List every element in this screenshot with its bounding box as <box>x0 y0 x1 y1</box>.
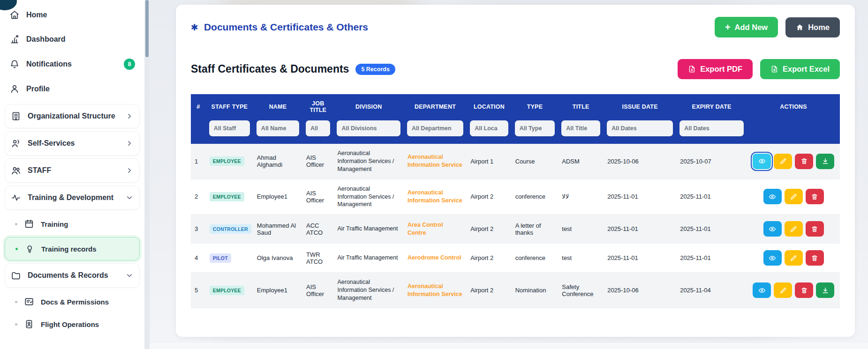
cell-num-text: 1 <box>195 158 198 165</box>
cell-location: Airport 2 <box>467 273 511 308</box>
trash-icon <box>800 157 808 165</box>
pencil-icon <box>779 157 787 165</box>
cell-type: A letter of thanks <box>512 215 559 244</box>
filter-input-staff-type[interactable] <box>209 120 250 136</box>
filter-input-title[interactable] <box>561 120 600 136</box>
sidebar-item-training-development[interactable]: Training & Development <box>5 186 140 210</box>
delete-button[interactable] <box>806 189 824 204</box>
horizontal-scrollbar[interactable] <box>150 343 868 349</box>
cell-name-text: Olga Ivanova <box>257 254 293 261</box>
sidebar-item-flight-operations[interactable]: Flight Operations <box>0 313 144 335</box>
documents-icon <box>11 270 21 281</box>
sidebar-item-organizational-structure[interactable]: Organizational Structure <box>5 104 140 128</box>
filter-cell-title <box>558 119 604 144</box>
add-new-button[interactable]: + Add New <box>715 17 778 37</box>
section-header: Staff Certificates & Documents 5 Records… <box>191 59 840 79</box>
cell-actions <box>747 215 840 244</box>
cell-job-title: AIS Officer <box>302 179 333 215</box>
table-body: 1EMPLOYEEAhmad AlghamdiAIS OfficerAerona… <box>191 144 840 308</box>
edit-button[interactable] <box>774 154 792 169</box>
sidebar-item-label: Training <box>41 220 68 228</box>
edit-button[interactable] <box>774 282 792 298</box>
download-icon <box>822 157 829 165</box>
view-button[interactable] <box>763 221 782 237</box>
download-button[interactable] <box>816 154 834 169</box>
sidebar: HomeDashboardNotifications8ProfileOrgani… <box>0 0 144 349</box>
filter-input-expiry-date[interactable] <box>679 120 744 136</box>
cell-title-text: ADSM <box>562 158 580 165</box>
sidebar-item-documents-records[interactable]: Documents & Records <box>5 263 140 288</box>
edit-button[interactable] <box>785 189 803 204</box>
cell-division-text: Aeronautical Information Services / Mana… <box>337 279 394 301</box>
sidebar-item-training-records[interactable]: Training records <box>5 237 140 260</box>
filter-cell-department <box>404 119 467 144</box>
sidebar-item-label: Training & Development <box>28 193 113 202</box>
delete-button[interactable] <box>806 250 824 266</box>
cell-type: conference <box>512 179 559 215</box>
edit-button[interactable] <box>785 221 803 237</box>
home-button[interactable]: Home <box>785 17 840 37</box>
filter-input-location[interactable] <box>470 120 508 136</box>
export-actions: Export PDF Export Excel <box>678 59 840 79</box>
sidebar-item-notifications[interactable]: Notifications8 <box>0 52 144 77</box>
filter-input-job-title[interactable] <box>306 120 330 136</box>
pencil-icon <box>779 287 787 294</box>
cell-expiry-date-text: 2025-10-07 <box>680 158 711 165</box>
staff-type-badge: EMPLOYEE <box>210 192 244 201</box>
export-pdf-button[interactable]: Export PDF <box>678 59 753 79</box>
sidebar-scrollbar[interactable] <box>144 0 150 349</box>
view-button[interactable] <box>753 282 771 298</box>
cell-type-text: conference <box>515 193 545 200</box>
cell-expiry-date-text: 2025-11-01 <box>680 225 711 232</box>
sidebar-item-home[interactable]: Home <box>0 3 144 27</box>
filter-input-type[interactable] <box>515 120 555 136</box>
delete-button[interactable] <box>795 154 813 169</box>
cell-expiry-date: 2025-11-01 <box>676 215 747 244</box>
cell-title-text: لالا <box>562 193 569 200</box>
pencil-icon <box>790 254 797 262</box>
edit-button[interactable] <box>785 250 803 266</box>
cell-job-title-text: AIS Officer <box>306 190 324 204</box>
cell-location-text: Airport 2 <box>470 287 493 294</box>
sidebar-item-self-services[interactable]: Self-Services <box>5 131 140 156</box>
staff-type-badge: EMPLOYEE <box>210 156 244 166</box>
filter-input-division[interactable] <box>337 120 400 136</box>
cell-job-title: ACC ATCO <box>302 215 333 244</box>
filter-cell-location <box>467 119 511 144</box>
delete-button[interactable] <box>795 282 813 298</box>
view-button[interactable] <box>753 154 771 169</box>
app-root: HomeDashboardNotifications8ProfileOrgani… <box>0 0 868 349</box>
view-button[interactable] <box>763 189 782 204</box>
cell-issue-date-text: 2025-11-01 <box>607 254 638 261</box>
filter-input-issue-date[interactable] <box>607 120 673 136</box>
view-button[interactable] <box>763 250 782 266</box>
trash-icon <box>811 254 818 262</box>
eye-icon <box>769 225 776 233</box>
pencil-icon <box>790 225 797 233</box>
department-text: Aerodrome Control <box>408 254 461 262</box>
sidebar-scrollbar-thumb[interactable] <box>145 0 149 57</box>
trash-icon <box>811 193 818 200</box>
sidebar-item-dashboard[interactable]: Dashboard <box>0 27 144 52</box>
sidebar-item-label: Dashboard <box>26 35 66 44</box>
cell-staff-type: PILOT <box>206 244 253 273</box>
cell-actions <box>747 144 840 179</box>
eye-icon <box>758 287 766 294</box>
filter-input-department[interactable] <box>407 120 463 136</box>
download-button[interactable] <box>816 282 834 298</box>
table-row: 4PILOTOlga IvanovaTWR ATCOAir Traffic Ma… <box>191 244 840 273</box>
export-pdf-label: Export PDF <box>700 65 742 74</box>
filter-input-name[interactable] <box>257 120 299 136</box>
cell-staff-type: EMPLOYEE <box>206 144 253 179</box>
sidebar-item-profile[interactable]: Profile <box>0 77 144 101</box>
staff-type-badge: PILOT <box>210 253 231 263</box>
filter-cell-type <box>512 119 559 144</box>
sidebar-item-training[interactable]: Training <box>0 213 144 235</box>
delete-button[interactable] <box>806 221 824 237</box>
sidebar-item-staff[interactable]: STAFF <box>5 158 140 183</box>
export-excel-button[interactable]: Export Excel <box>760 59 840 79</box>
trash-icon <box>800 287 808 294</box>
bullet-dot <box>15 223 17 225</box>
sidebar-item-docs-permissions[interactable]: Docs & Permissions <box>0 290 144 313</box>
cell-expiry-date-text: 2025-11-01 <box>680 193 711 200</box>
